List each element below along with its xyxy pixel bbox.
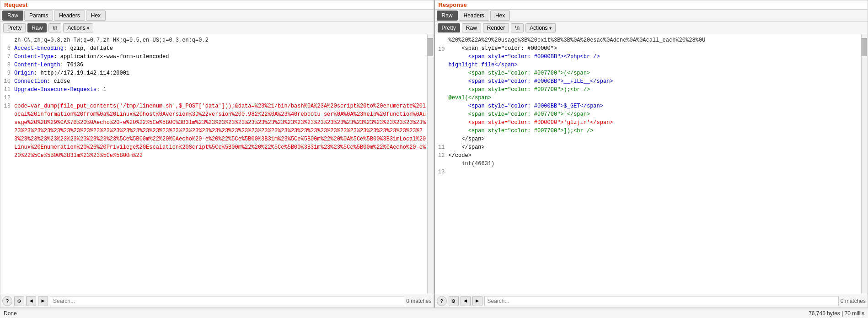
request-ln-btn[interactable]: \n <box>48 23 61 32</box>
response-search-input[interactable] <box>484 296 839 306</box>
table-row: 10 Connection: close <box>0 77 427 86</box>
request-tab-hex[interactable]: Hex <box>86 11 106 21</box>
table-row: 6 Accept-Encoding: gzip, deflate <box>0 44 427 53</box>
response-tab-hex[interactable]: Hex <box>490 11 510 21</box>
table-row: 13 <box>435 168 862 176</box>
request-raw-btn[interactable]: Raw <box>27 23 47 32</box>
request-actions-chevron-icon: ▾ <box>87 26 89 31</box>
response-ln-btn[interactable]: \n <box>511 23 524 32</box>
response-code-wrapper: %20%20%22A%29%20usage%3B%20ex1t%3B%3B%0A… <box>435 34 868 294</box>
response-scrollbar-thumb[interactable] <box>862 38 867 56</box>
response-raw-btn[interactable]: Raw <box>462 23 481 32</box>
request-tab-bar: Raw Params Headers Hex <box>0 10 434 22</box>
request-search-input[interactable] <box>50 296 404 306</box>
response-next-btn[interactable]: ▶ <box>472 296 482 306</box>
response-matches-label: 0 matches <box>841 298 866 304</box>
response-panel: Response Raw Headers Hex Pretty Raw Rend… <box>434 0 868 308</box>
response-tab-headers[interactable]: Headers <box>459 11 489 21</box>
table-row: 7 Content-Type: application/x-www-form-u… <box>0 53 427 61</box>
table-row: 8 Content-Length: 76136 <box>0 61 427 69</box>
response-actions-chevron-icon: ▾ <box>549 26 552 31</box>
response-toolbar: Pretty Raw Render \n Actions ▾ <box>435 22 868 34</box>
request-code-area[interactable]: zh-CN,zh;q=0.8,zh-TW;q=0.7,zh-HK;q=0.5,e… <box>0 34 427 294</box>
request-next-btn[interactable]: ▶ <box>38 296 48 306</box>
response-tab-bar: Raw Headers Hex <box>435 10 868 22</box>
table-row: %20%20%22A%29%20usage%3B%20ex1t%3B%3B%0A… <box>435 36 862 44</box>
response-actions-label: Actions <box>530 25 547 31</box>
table-row: 12 <box>0 94 427 102</box>
request-panel: Request Raw Params Headers Hex Pretty Ra… <box>0 0 434 308</box>
response-pretty-btn[interactable]: Pretty <box>438 23 460 32</box>
request-tab-headers[interactable]: Headers <box>54 11 85 21</box>
request-scrollbar[interactable] <box>427 34 434 294</box>
request-scrollbar-thumb[interactable] <box>428 38 433 56</box>
response-scrollbar[interactable] <box>861 34 868 294</box>
table-row: 11 Upgrade-Insecure-Requests: 1 <box>0 86 427 94</box>
request-prev-btn[interactable]: ◀ <box>26 296 36 306</box>
table-row: 12 </code> <box>435 151 862 160</box>
request-matches-label: 0 matches <box>406 298 431 304</box>
response-actions-btn[interactable]: Actions ▾ <box>525 23 555 32</box>
request-toolbar: Pretty Raw \n Actions ▾ <box>0 22 434 34</box>
response-help-icon[interactable]: ? <box>437 296 447 306</box>
request-help-icon[interactable]: ? <box>2 296 12 306</box>
table-row: 11 </span> <box>435 143 862 151</box>
response-render-btn[interactable]: Render <box>483 23 509 32</box>
table-row: int(46631) <box>435 160 862 168</box>
request-bottom-bar: ? ⚙ ◀ ▶ 0 matches <box>0 294 434 307</box>
status-bar: Done 76,746 bytes | 70 millis <box>0 308 868 318</box>
response-prev-btn[interactable]: ◀ <box>461 296 471 306</box>
response-bottom-bar: ? ⚙ ◀ ▶ 0 matches <box>435 294 868 307</box>
table-row: 13 code=var_dump(file_put_contents('/tmp… <box>0 102 427 160</box>
status-right: 76,746 bytes | 70 millis <box>809 310 864 317</box>
request-title: Request <box>0 0 434 10</box>
request-actions-label: Actions <box>67 25 85 31</box>
request-pretty-btn[interactable]: Pretty <box>3 23 26 32</box>
request-code-wrapper: zh-CN,zh;q=0.8,zh-TW;q=0.7,zh-HK;q=0.5,e… <box>0 34 434 294</box>
table-row: zh-CN,zh;q=0.8,zh-TW;q=0.7,zh-HK;q=0.5,e… <box>0 36 427 44</box>
table-row: 9 Origin: http://172.19.142.114:20001 <box>0 69 427 77</box>
response-gear-icon[interactable]: ⚙ <box>449 296 459 306</box>
response-tab-raw[interactable]: Raw <box>437 11 458 21</box>
request-tab-params[interactable]: Params <box>24 11 53 21</box>
status-left: Done <box>4 310 17 317</box>
request-gear-icon[interactable]: ⚙ <box>14 296 24 306</box>
response-title: Response <box>435 0 868 10</box>
table-row: 10 <span style="color: #000000"> <span s… <box>435 44 862 143</box>
request-actions-btn[interactable]: Actions ▾ <box>63 23 93 32</box>
response-code-area[interactable]: %20%20%22A%29%20usage%3B%20ex1t%3B%3B%0A… <box>435 34 862 294</box>
request-tab-raw[interactable]: Raw <box>2 11 23 21</box>
